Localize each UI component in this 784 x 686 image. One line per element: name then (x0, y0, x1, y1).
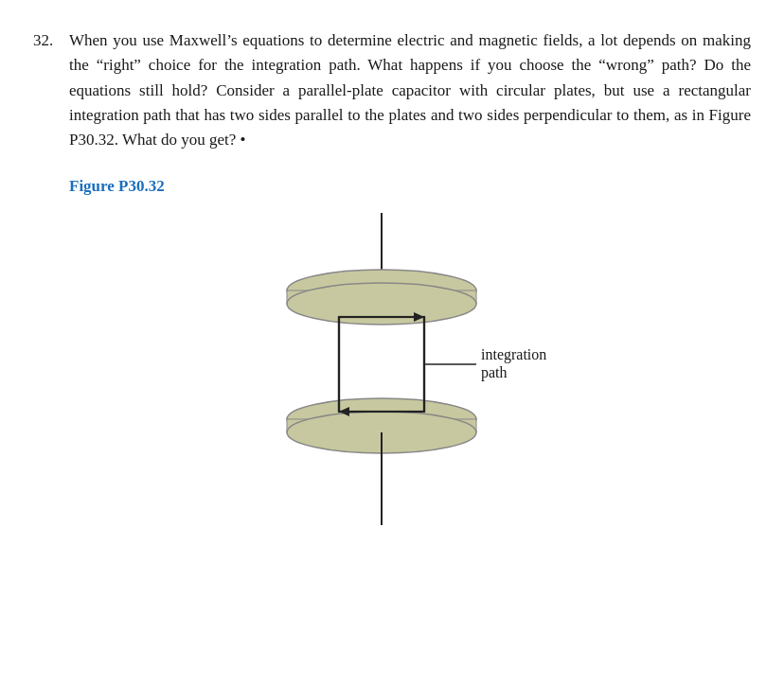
capacitor-diagram: integration path (183, 213, 637, 525)
svg-point-3 (287, 283, 476, 325)
problem-number: 32. (33, 28, 69, 153)
problem-block: 32. When you use Maxwell’s equations to … (33, 28, 751, 153)
problem-text: When you use Maxwell’s equations to dete… (69, 28, 751, 153)
integration-label-line1: integration (481, 346, 546, 363)
figure-label: Figure P30.32 (69, 174, 751, 199)
figure-container: integration path (69, 208, 751, 530)
svg-rect-8 (339, 317, 424, 412)
integration-label-line2: path (481, 364, 508, 381)
